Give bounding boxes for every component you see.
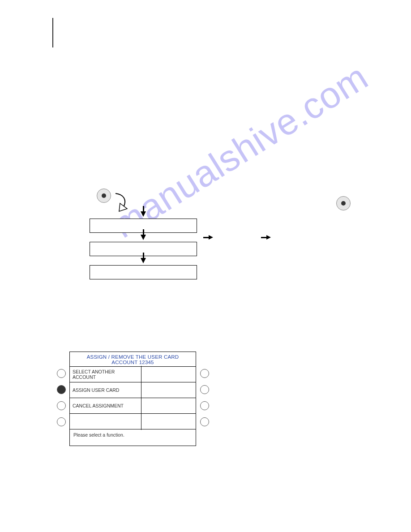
menu-label: ASSIGN USER CARD	[70, 382, 141, 399]
right-select-dots	[200, 369, 209, 426]
menu-row[interactable]: SELECT ANOTHER ACCOUNT	[70, 367, 196, 382]
select-dot-icon[interactable]	[200, 417, 209, 426]
select-dot-icon[interactable]	[57, 385, 66, 394]
select-dot-icon[interactable]	[200, 401, 209, 410]
screen-title: ASSIGN / REMOVE THE USER CARD ACCOUNT 12…	[70, 352, 196, 367]
arrow-right-icon	[266, 235, 271, 240]
step-button-right	[336, 196, 351, 210]
select-dot-icon[interactable]	[200, 385, 209, 394]
screen-footer: Please select a function.	[70, 429, 196, 446]
select-dot-icon[interactable]	[200, 369, 209, 378]
flow-box	[90, 265, 197, 279]
menu-row[interactable]	[70, 414, 196, 429]
menu-label	[70, 413, 141, 430]
left-select-dots	[57, 369, 66, 426]
flow-diagram	[90, 211, 197, 281]
dot-icon	[336, 196, 351, 210]
menu-row[interactable]: CANCEL ASSIGNMENT	[70, 398, 196, 414]
select-dot-icon[interactable]	[57, 417, 66, 426]
select-dot-icon[interactable]	[57, 369, 66, 378]
flow-right-labels	[206, 234, 274, 240]
left-rule	[52, 18, 53, 47]
title-line-1: ASSIGN / REMOVE THE USER CARD	[72, 354, 194, 360]
menu-screen: ASSIGN / REMOVE THE USER CARD ACCOUNT 12…	[69, 352, 196, 446]
arrow-right-icon	[209, 235, 213, 240]
select-dot-icon[interactable]	[57, 401, 66, 410]
arrow-down-icon	[141, 235, 146, 240]
curved-arrow-icon	[109, 188, 132, 215]
arrow-down-icon	[141, 211, 146, 217]
menu-label: CANCEL ASSIGNMENT	[70, 397, 141, 414]
title-line-2: ACCOUNT 12345	[72, 360, 194, 365]
menu-label: SELECT ANOTHER ACCOUNT	[70, 366, 141, 383]
menu-row[interactable]: ASSIGN USER CARD	[70, 382, 196, 398]
arrow-down-icon	[141, 258, 146, 263]
